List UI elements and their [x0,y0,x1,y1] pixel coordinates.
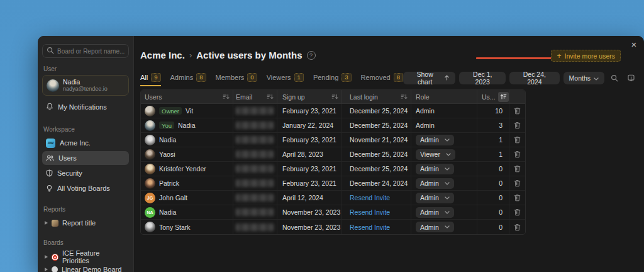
table-search-button[interactable] [608,73,621,83]
tab-viewers[interactable]: Viewers1 [267,73,304,86]
breadcrumb-workspace[interactable]: Acme Inc. [140,50,185,60]
role-cell: Admin [411,162,477,176]
sort-icon[interactable] [331,93,338,100]
column-header-sign-up[interactable]: Sign up [277,90,342,103]
delete-user-button[interactable] [514,136,521,144]
role-dropdown[interactable]: Admin [416,135,454,145]
users-count: 1 [499,136,502,144]
tab-members[interactable]: Members0 [216,73,257,86]
tab-admins[interactable]: Admins8 [170,73,206,86]
avatar [145,120,155,131]
date-to-field[interactable]: Dec 24, 2024 [509,72,559,84]
sidebar-item-notifications[interactable]: My Notifications [42,100,129,114]
role-dropdown[interactable]: Admin [416,222,454,232]
role-dropdown[interactable]: Viewer [416,149,455,160]
sort-icon[interactable] [267,93,274,100]
delete-user-button[interactable] [514,194,521,201]
tab-pending[interactable]: Pending3 [313,73,352,86]
users-count-cell: 10 [477,104,509,118]
column-header-label: Role [416,93,430,101]
role-cell: Admin [411,220,477,234]
table-row: PatrickFebruary 23, 2021December 24, 202… [141,176,525,191]
signup-date: February 23, 2021 [282,107,336,115]
column-header-last-login[interactable]: Last login [342,90,411,103]
sidebar-item-label: Users [58,154,77,162]
sidebar-search[interactable] [42,44,129,58]
sidebar-item-acme-inc[interactable]: AWAcme Inc. [42,136,129,150]
users-count: 0 [499,194,502,201]
redacted-email [236,122,274,129]
last-login-cell: December 24, 2024 [342,176,411,190]
role-cell: Admin [411,191,477,205]
role-cell: Admin [411,133,477,147]
role-value: Admin [420,194,439,201]
delete-user-button[interactable] [514,208,521,216]
role-dropdown[interactable]: Admin [416,207,454,218]
user-card[interactable]: Nadia nadya@tendee.io [42,75,129,96]
column-header-role: Role [411,90,477,103]
date-from-field[interactable]: Dec 1, 2023 [459,72,506,84]
tab-count-badge: 0 [247,73,257,82]
users-count-cell: 0 [477,220,509,234]
close-icon[interactable]: × [629,40,639,50]
actions-cell [509,133,525,147]
help-icon[interactable]: ? [307,51,316,60]
sort-active-icon[interactable] [498,92,509,102]
sort-icon[interactable] [223,93,230,100]
expand-triangle-icon[interactable] [45,221,48,225]
signup-date: February 23, 2021 [282,179,336,187]
sidebar-item-users[interactable]: Users [42,151,129,165]
email-cell [233,133,277,147]
tab-all[interactable]: All9 [140,73,161,86]
board-item-linear-demo-board[interactable]: Linear Demo Board [42,263,129,272]
users-table: UsersEmailSign upLast loginRoleUs... Own… [140,89,526,235]
users-count: 0 [499,224,502,231]
report-item-report-title[interactable]: Report title [42,217,129,229]
role-cell: Admin [411,205,477,219]
tab-removed[interactable]: Removed8 [361,73,403,86]
search-icon [47,45,54,57]
delete-user-button[interactable] [514,150,521,158]
user-role-badge: Owner [159,107,182,115]
user-name: Nadia [63,78,108,86]
delete-user-button[interactable] [514,107,521,115]
column-header-label: Us... [482,93,496,101]
actions-cell [509,104,525,118]
search-input[interactable] [57,48,126,55]
delete-user-button[interactable] [514,165,521,173]
board-item-ice-feature-priorities[interactable]: ICE Feature Priorities [42,251,129,263]
role-dropdown[interactable]: Admin [416,178,454,189]
sidebar-item-all-voting-boards[interactable]: All Voting Boards [42,181,129,195]
expand-triangle-icon[interactable] [45,268,48,271]
resend-invite-link[interactable]: Resend Invite [350,208,390,216]
users-count-cell: 1 [477,133,509,147]
resend-invite-link[interactable]: Resend Invite [350,194,390,201]
users-count-cell: 0 [477,205,509,219]
export-csv-button[interactable] [625,73,638,84]
interval-dropdown[interactable]: Months [564,72,604,84]
role-dropdown[interactable]: Admin [416,193,454,203]
avatar [145,178,155,189]
avatar [145,106,155,116]
column-header-users[interactable]: Users [141,90,233,103]
invite-more-users-button[interactable]: + Invite more users [551,50,621,62]
user-name: John Galt [159,194,187,201]
column-header-us[interactable]: Us... [477,90,509,103]
email-cell [233,147,277,161]
tab-count-badge: 1 [294,73,304,82]
show-chart-button[interactable]: Show chart [403,72,455,84]
sidebar-item-security[interactable]: Security [42,166,129,180]
delete-user-button[interactable] [514,122,521,129]
delete-user-button[interactable] [514,224,521,231]
sort-icon[interactable] [401,93,408,100]
user-cell: Yaosi [141,147,233,161]
tab-count-badge: 9 [151,73,160,82]
users-count: 10 [495,107,502,115]
resend-invite-link[interactable]: Resend Invite [350,224,390,231]
expand-triangle-icon[interactable] [45,255,48,259]
column-header-email[interactable]: Email [233,90,277,103]
breadcrumb-separator: › [189,50,192,60]
delete-user-button[interactable] [514,179,521,187]
role-dropdown[interactable]: Admin [416,164,454,174]
role-cell: Admin [411,118,477,132]
